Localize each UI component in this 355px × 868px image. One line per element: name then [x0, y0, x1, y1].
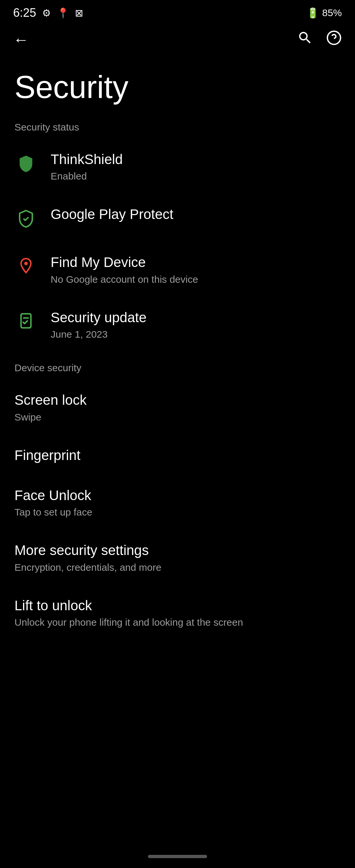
security-update-icon-wrapper: [14, 311, 37, 334]
status-time: 6:25: [13, 6, 36, 20]
find-device-icon: [18, 257, 34, 277]
notification-icon: ⊠: [75, 7, 83, 19]
find-device-subtitle: No Google account on this device: [51, 273, 341, 286]
status-bar-left: 6:25 ⚙ 📍 ⊠: [13, 6, 83, 20]
more-security-settings-content: More security settings Encryption, crede…: [14, 542, 341, 574]
thinkshield-item[interactable]: ThinkShield Enabled: [0, 140, 355, 194]
top-nav: ←: [0, 23, 355, 56]
security-update-subtitle: June 1, 2023: [51, 328, 341, 341]
face-unlock-title: Face Unlock: [14, 487, 341, 504]
thinkshield-content: ThinkShield Enabled: [51, 151, 341, 183]
thinkshield-icon-wrapper: [14, 153, 37, 176]
more-security-settings-title: More security settings: [14, 542, 341, 559]
screen-lock-title: Screen lock: [14, 392, 341, 408]
play-protect-content: Google Play Protect: [51, 206, 341, 223]
security-update-title: Security update: [51, 309, 341, 326]
content-area: Security status ThinkShield Enabled: [0, 118, 355, 848]
thinkshield-icon: [18, 154, 34, 174]
bottom-handle: [0, 848, 355, 868]
section-header-security-status: Security status: [0, 118, 355, 140]
more-security-settings-item[interactable]: More security settings Encryption, crede…: [0, 530, 355, 585]
fingerprint-item[interactable]: Fingerprint: [0, 435, 355, 475]
svg-point-2: [24, 262, 28, 265]
search-button[interactable]: [297, 30, 313, 49]
settings-icon: ⚙: [42, 7, 51, 19]
battery-level: 85%: [322, 7, 342, 19]
nav-left: ←: [13, 31, 29, 49]
screen-lock-content: Screen lock Swipe: [14, 392, 341, 423]
security-update-content: Security update June 1, 2023: [51, 309, 341, 341]
find-device-title: Find My Device: [51, 254, 341, 271]
security-update-icon: [18, 312, 34, 332]
play-protect-title: Google Play Protect: [51, 206, 341, 223]
find-my-device-item[interactable]: Find My Device No Google account on this…: [0, 242, 355, 297]
location-icon: 📍: [57, 7, 69, 19]
face-unlock-subtitle: Tap to set up face: [14, 506, 341, 519]
back-button[interactable]: ←: [13, 31, 29, 49]
lift-to-unlock-title: Lift to unlock: [14, 597, 341, 614]
thinkshield-subtitle: Enabled: [51, 169, 341, 183]
fingerprint-title: Fingerprint: [14, 447, 341, 464]
battery-icon: 🔋: [307, 7, 319, 19]
thinkshield-title: ThinkShield: [51, 151, 341, 168]
help-button[interactable]: [326, 30, 342, 49]
screen-lock-item[interactable]: Screen lock Swipe: [0, 380, 355, 435]
status-bar: 6:25 ⚙ 📍 ⊠ 🔋 85%: [0, 0, 355, 23]
lift-to-unlock-subtitle: Unlock your phone lifting it and looking…: [14, 616, 341, 629]
nav-right: [297, 30, 342, 49]
svg-rect-3: [21, 314, 31, 328]
play-protect-icon: [18, 209, 34, 229]
handle-bar: [148, 855, 207, 858]
play-protect-icon-wrapper: [14, 208, 37, 230]
find-device-content: Find My Device No Google account on this…: [51, 254, 341, 285]
screen-lock-subtitle: Swipe: [14, 411, 341, 424]
fingerprint-content: Fingerprint: [14, 447, 341, 464]
security-update-item[interactable]: Security update June 1, 2023: [0, 298, 355, 352]
find-device-icon-wrapper: [14, 255, 37, 278]
more-security-settings-subtitle: Encryption, credentials, and more: [14, 561, 341, 574]
section-header-device-security: Device security: [0, 359, 355, 380]
google-play-protect-item[interactable]: Google Play Protect: [0, 194, 355, 242]
lift-to-unlock-item[interactable]: Lift to unlock Unlock your phone lifting…: [0, 586, 355, 641]
page-title: Security: [0, 56, 355, 118]
face-unlock-item[interactable]: Face Unlock Tap to set up face: [0, 475, 355, 530]
status-bar-right: 🔋 85%: [307, 7, 342, 19]
lift-to-unlock-content: Lift to unlock Unlock your phone lifting…: [14, 597, 341, 629]
face-unlock-content: Face Unlock Tap to set up face: [14, 487, 341, 519]
